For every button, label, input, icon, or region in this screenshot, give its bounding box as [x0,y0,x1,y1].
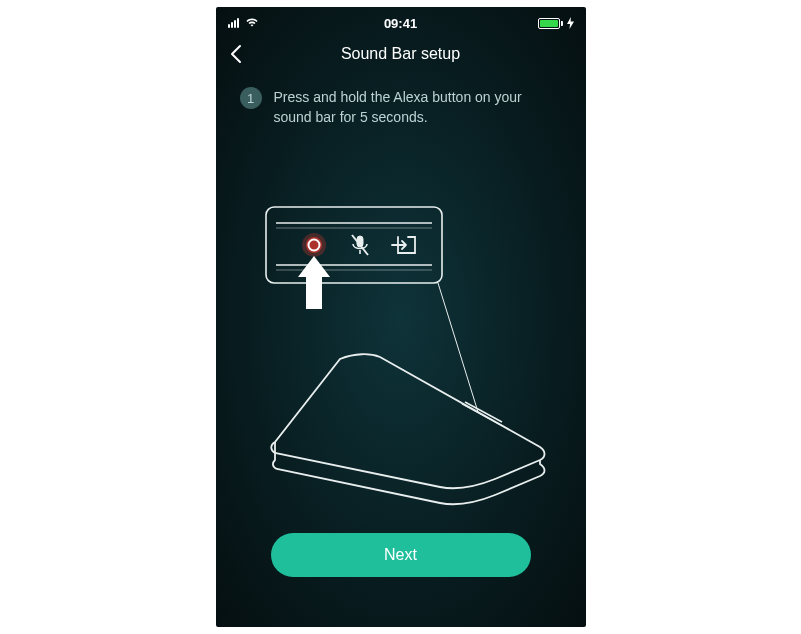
alexa-button-icon [302,233,326,257]
status-left [228,16,259,30]
battery-icon [538,18,563,29]
status-right [538,17,574,29]
step-number-badge: 1 [240,87,262,109]
soundbar-illustration [240,187,562,507]
page-title: Sound Bar setup [341,45,460,63]
status-time: 09:41 [384,16,417,31]
main-content: 1 Press and hold the Alexa button on you… [216,69,586,507]
phone-screen: 09:41 Sound Bar setup 1 Press and hold t… [216,7,586,627]
chevron-left-icon [229,44,243,64]
step-row: 1 Press and hold the Alexa button on you… [240,87,562,127]
app-header: Sound Bar setup [216,39,586,69]
charging-icon [567,17,574,29]
next-button[interactable]: Next [271,533,531,577]
input-source-icon [392,237,415,253]
mic-mute-icon [352,235,368,255]
back-button[interactable] [224,42,248,66]
control-panel-callout [266,207,442,283]
signal-icon [228,18,239,28]
soundbar-outline [271,354,544,504]
next-button-label: Next [384,546,417,564]
wifi-icon [245,16,259,30]
status-bar: 09:41 [216,13,586,33]
step-instruction: Press and hold the Alexa button on your … [274,87,562,127]
